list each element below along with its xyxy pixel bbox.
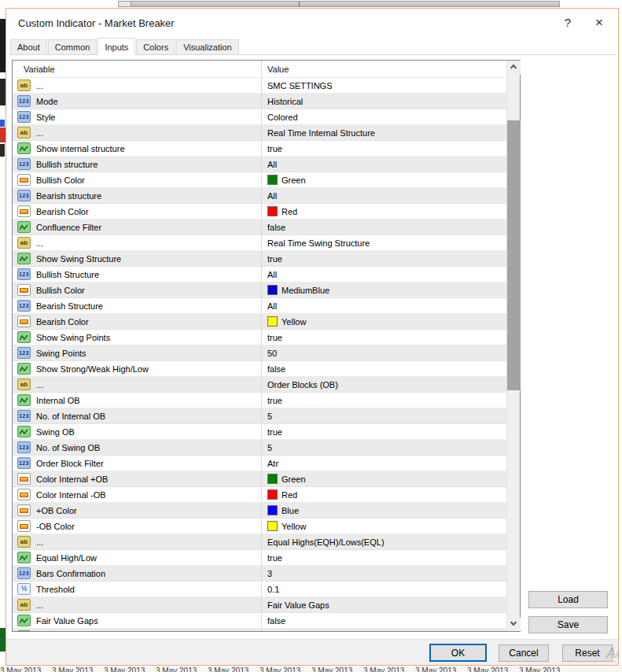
table-row[interactable]: ab...SMC SETTINGS <box>13 78 506 94</box>
table-row[interactable]: Show internal structuretrue <box>13 141 506 157</box>
param-value-cell[interactable]: true <box>261 550 506 565</box>
ok-button[interactable]: OK <box>429 644 487 662</box>
param-value-cell[interactable]: false <box>261 613 506 628</box>
param-value-cell[interactable]: All <box>261 157 506 172</box>
load-button[interactable]: Load <box>528 591 608 608</box>
table-row[interactable]: Bullish ColorMediumBlue <box>13 282 506 298</box>
table-row[interactable]: ab...Equal Highs(EQH)/Lows(EQL) <box>13 534 506 550</box>
table-row[interactable]: Show Swing Pointstrue <box>13 330 506 345</box>
table-row[interactable]: Color Internal -OBRed <box>13 487 506 503</box>
table-row[interactable] <box>13 629 506 631</box>
param-value-cell[interactable]: false <box>261 220 506 234</box>
param-value-cell[interactable]: true <box>261 424 506 439</box>
help-icon[interactable]: ? <box>555 12 580 34</box>
param-value-cell[interactable]: All <box>261 188 506 203</box>
tab-about[interactable]: About <box>10 39 47 54</box>
param-value-cell[interactable]: SMC SETTINGS <box>261 78 506 93</box>
table-row[interactable]: Fair Value Gapsfalse <box>13 613 506 629</box>
param-value-cell[interactable]: Equal Highs(EQH)/Lows(EQL) <box>261 534 506 549</box>
tab-colors[interactable]: Colors <box>136 39 175 54</box>
table-row[interactable]: 123Bullish StructureAll <box>13 267 506 282</box>
titlebar[interactable]: Custom Indicator - Market Breaker ? × <box>6 9 618 38</box>
param-value-cell[interactable]: Real Time Swing Structure <box>261 235 506 250</box>
param-value-cell[interactable]: All <box>261 298 506 313</box>
table-row[interactable]: Bullish ColorGreen <box>13 172 506 188</box>
table-row[interactable]: ab...Order Blocks (OB) <box>13 377 506 393</box>
param-value-cell[interactable]: false <box>261 361 506 376</box>
table-row[interactable]: 123No. of Internal OB5 <box>13 408 506 424</box>
param-label: Show Strong/Weak High/Low <box>36 364 149 374</box>
table-row[interactable]: Internal OBtrue <box>13 393 506 408</box>
table-row[interactable]: Color Internal +OBGreen <box>13 471 506 487</box>
param-value-cell[interactable] <box>261 629 506 631</box>
table-row[interactable]: +OB ColorBlue <box>13 503 506 519</box>
table-row[interactable]: -OB ColorYellow <box>13 519 506 534</box>
param-variable-cell: Fair Value Gaps <box>13 613 261 628</box>
scroll-down-button[interactable] <box>507 618 521 631</box>
param-value-cell[interactable]: Fair Value Gaps <box>261 597 506 612</box>
param-value-cell[interactable]: Historical <box>261 94 506 109</box>
table-row[interactable]: ½Threshold0.1 <box>13 582 506 597</box>
resize-grip[interactable]: ∙∙∙∙∙ <box>609 655 616 663</box>
cancel-button[interactable]: Cancel <box>499 644 549 662</box>
table-row[interactable]: Show Swing Structuretrue <box>13 251 506 267</box>
param-value-cell[interactable]: Red <box>261 204 506 219</box>
scroll-up-button[interactable] <box>507 61 521 74</box>
table-row[interactable]: Show Strong/Weak High/Lowfalse <box>13 361 506 377</box>
custom-indicator-dialog: Custom Indicator - Market Breaker ? × Ab… <box>6 8 619 666</box>
table-row[interactable]: 123ModeHistorical <box>13 94 506 109</box>
save-button[interactable]: Save <box>528 616 608 633</box>
param-label: -OB Color <box>36 522 75 531</box>
tab-visualization[interactable]: Visualization <box>176 39 239 54</box>
param-value-cell[interactable]: true <box>261 393 506 408</box>
table-row[interactable]: 123StyleColored <box>13 109 506 125</box>
param-value-cell[interactable]: Colored <box>261 109 506 124</box>
param-value-cell[interactable]: MediumBlue <box>261 282 506 297</box>
param-value-cell[interactable]: All <box>261 267 506 282</box>
table-row[interactable]: 123Bearish structureAll <box>13 188 506 204</box>
param-value-cell[interactable]: Yellow <box>261 314 506 329</box>
table-row[interactable]: 123No. of Swing OB5 <box>13 440 506 456</box>
table-row[interactable]: 123Swing Points50 <box>13 345 506 361</box>
param-value-cell[interactable]: Red <box>261 487 506 502</box>
param-value-cell[interactable]: 50 <box>261 345 506 360</box>
tab-inputs[interactable]: Inputs <box>98 38 135 55</box>
table-row[interactable]: Bearish ColorYellow <box>13 314 506 330</box>
reset-button[interactable]: Reset <box>562 644 613 662</box>
param-value-cell[interactable]: 5 <box>261 408 506 423</box>
param-value-cell[interactable]: 5 <box>261 440 506 455</box>
scrollbar-thumb[interactable] <box>507 120 521 390</box>
param-variable-cell: Show Swing Points <box>13 330 261 345</box>
table-row[interactable]: Swing OBtrue <box>13 424 506 440</box>
param-value-cell[interactable]: Yellow <box>261 519 506 534</box>
table-row[interactable]: 123Order Block FilterAtr <box>13 456 506 471</box>
param-value-cell[interactable]: Green <box>261 172 506 187</box>
bool-param-icon <box>17 363 31 375</box>
table-row[interactable]: Bearish ColorRed <box>13 204 506 220</box>
close-icon[interactable]: × <box>587 12 612 34</box>
table-row[interactable]: 123Bullish structureAll <box>13 157 506 172</box>
param-value-cell[interactable]: Order Blocks (OB) <box>261 377 506 392</box>
param-value-cell[interactable]: true <box>261 251 506 266</box>
number-param-icon: 123 <box>17 190 31 201</box>
table-row[interactable]: ab...Real Time Swing Structure <box>13 235 506 251</box>
table-row[interactable]: 123Bars Confirmation3 <box>13 566 506 582</box>
table-row[interactable]: ab...Fair Value Gaps <box>13 597 506 613</box>
param-value: All <box>267 270 277 279</box>
param-value-cell[interactable]: true <box>261 141 506 156</box>
param-value-cell[interactable]: 0.1 <box>261 582 506 596</box>
param-value-cell[interactable]: Atr <box>261 456 506 471</box>
param-variable-cell: 123Bullish Structure <box>13 267 261 282</box>
param-value-cell[interactable]: Real Time Internal Structure <box>261 125 506 140</box>
table-row[interactable]: 123Bearish StructureAll <box>13 298 506 314</box>
param-label: No. of Internal OB <box>36 412 105 421</box>
param-value-cell[interactable]: Green <box>261 471 506 486</box>
param-value-cell[interactable]: true <box>261 330 506 345</box>
tab-common[interactable]: Common <box>48 39 98 54</box>
table-row[interactable]: Equal High/Lowtrue <box>13 550 506 566</box>
param-value-cell[interactable]: Blue <box>261 503 506 518</box>
table-row[interactable]: Confluence Filterfalse <box>13 220 506 235</box>
vertical-scrollbar[interactable] <box>506 61 520 631</box>
param-value-cell[interactable]: 3 <box>261 566 506 581</box>
table-row[interactable]: ab...Real Time Internal Structure <box>13 125 506 141</box>
